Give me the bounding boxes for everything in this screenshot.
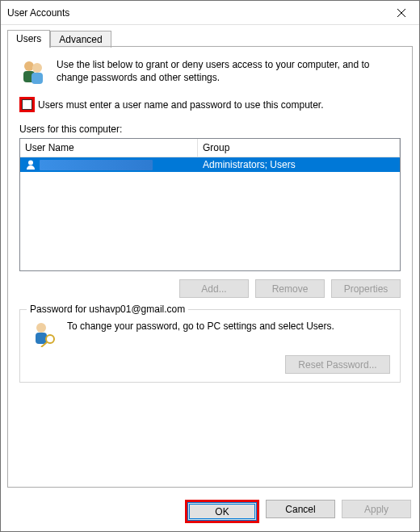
users-list-label: Users for this computer:	[19, 124, 401, 135]
svg-rect-5	[32, 73, 43, 84]
svg-point-9	[46, 335, 54, 343]
tab-users[interactable]: Users	[7, 30, 50, 48]
password-button-row: Reset Password...	[30, 355, 390, 374]
cell-group: Administrators; Users	[198, 158, 400, 171]
window-title: User Accounts	[7, 7, 383, 19]
properties-button[interactable]: Properties	[331, 279, 401, 298]
remove-button[interactable]: Remove	[255, 279, 325, 298]
column-group[interactable]: Group	[198, 139, 400, 157]
highlight-ok: OK	[185, 500, 259, 523]
user-icon	[25, 159, 36, 170]
dialog-buttons: OK Cancel Apply	[1, 495, 419, 531]
user-buttons-row: Add... Remove Properties	[19, 279, 401, 298]
intro-text: Use the list below to grant or deny user…	[57, 58, 401, 84]
user-accounts-dialog: User Accounts Users Advanced Use the lis…	[0, 0, 420, 532]
close-button[interactable]	[383, 1, 419, 25]
require-password-label[interactable]: Users must enter a user name and passwor…	[38, 99, 324, 111]
ok-button[interactable]: OK	[187, 502, 257, 521]
column-username[interactable]: User Name	[20, 139, 198, 157]
users-listview[interactable]: User Name Group Administrators; Users	[19, 138, 401, 271]
reset-password-button[interactable]: Reset Password...	[285, 355, 390, 374]
tabstrip: Users Advanced	[1, 28, 419, 47]
require-password-checkbox[interactable]	[22, 99, 32, 110]
password-text: To change your password, go to PC settin…	[67, 320, 334, 333]
cell-username	[20, 158, 198, 171]
highlight-checkbox	[19, 97, 35, 112]
require-password-row: Users must enter a user name and passwor…	[19, 97, 401, 112]
key-user-icon	[30, 320, 57, 347]
users-icon	[19, 58, 47, 86]
svg-point-2	[24, 61, 34, 71]
tab-advanced[interactable]: Advanced	[50, 31, 111, 48]
intro-row: Use the list below to grant or deny user…	[19, 58, 401, 86]
apply-button[interactable]: Apply	[342, 500, 411, 518]
close-icon	[397, 9, 405, 17]
password-group-legend: Password for ushavp01@gmail.com	[27, 304, 188, 315]
svg-point-4	[32, 63, 42, 73]
users-tab-panel: Use the list below to grant or deny user…	[7, 46, 413, 488]
svg-point-7	[36, 323, 46, 333]
titlebar: User Accounts	[1, 1, 419, 25]
svg-rect-8	[36, 333, 47, 344]
add-button[interactable]: Add...	[179, 279, 249, 298]
password-group: Password for ushavp01@gmail.com To chang…	[19, 309, 401, 383]
table-row[interactable]: Administrators; Users	[20, 157, 400, 172]
svg-point-6	[28, 161, 33, 165]
listview-header: User Name Group	[20, 139, 400, 157]
cancel-button[interactable]: Cancel	[266, 500, 335, 518]
username-redacted	[40, 160, 153, 170]
